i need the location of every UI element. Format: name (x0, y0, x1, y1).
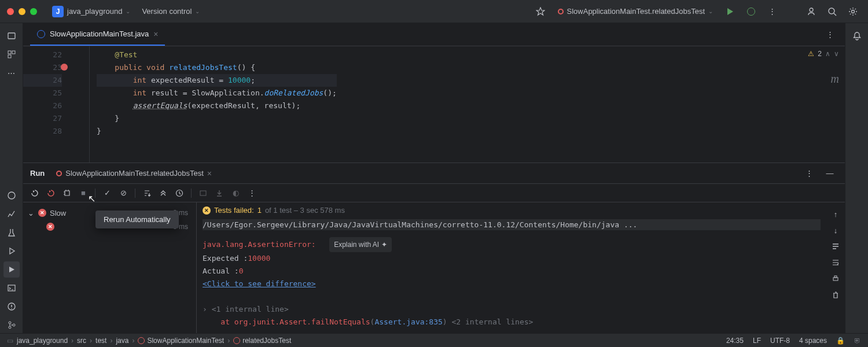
line-separator[interactable]: LF (753, 337, 761, 345)
more-tools-icon[interactable]: ⋯ (3, 65, 20, 81)
toggle-auto-test-button[interactable] (60, 186, 74, 200)
caret-position[interactable]: 24:35 (726, 337, 744, 345)
line-number: 28 (23, 125, 62, 138)
collapse-icon[interactable]: ⌄ (28, 209, 35, 217)
gutter-run-icon[interactable] (61, 64, 68, 71)
show-ignored-button[interactable]: ⊘ (116, 186, 130, 200)
titlebar: J java_playground ⌄ Version control ⌄ Sl… (0, 0, 868, 23)
settings-icon[interactable] (845, 3, 861, 20)
more-toolbar-icon[interactable]: ⋮ (245, 186, 259, 200)
expand-all-button[interactable] (156, 186, 170, 200)
run-tool-icon[interactable] (3, 261, 20, 278)
close-tab-icon[interactable]: × (153, 29, 158, 39)
console-toolbar: ↑ ↓ (826, 202, 845, 333)
file-encoding[interactable]: UTF-8 (770, 337, 790, 345)
tab-filename: SlowApplicationMainTest.java (50, 29, 149, 38)
scroll-to-end-icon[interactable] (829, 256, 843, 270)
inspection-shield-icon[interactable]: ⛨ (854, 337, 861, 345)
structure-tool-icon[interactable] (3, 46, 20, 62)
chevron-down-icon[interactable]: ∨ (834, 50, 839, 58)
main-area: ⋯ SlowApplicationMainTest.java × ⋮ 22 (0, 23, 868, 333)
profiler-tool-icon[interactable] (3, 206, 20, 222)
stack-link[interactable]: Assert.java:835 (374, 318, 442, 326)
indent-setting[interactable]: 4 spaces (799, 337, 827, 345)
debug-button[interactable] (743, 3, 759, 20)
import-button[interactable] (196, 186, 210, 200)
warning-icon: ⚠ (808, 50, 814, 58)
build-tool-icon[interactable] (3, 224, 20, 241)
soft-wrap-icon[interactable] (829, 239, 843, 253)
project-tool-icon[interactable] (3, 28, 20, 44)
notifications-icon[interactable] (849, 28, 865, 44)
scroll-down-icon[interactable]: ↓ (829, 223, 843, 237)
panel-options-icon[interactable]: ⋮ (801, 165, 817, 182)
expected-value: 10000 (248, 254, 270, 263)
clear-icon[interactable] (829, 288, 843, 302)
svg-point-17 (13, 324, 15, 326)
code-with-me-icon[interactable] (803, 3, 819, 20)
minimize-window-button[interactable] (19, 8, 25, 15)
svg-point-16 (9, 326, 11, 328)
chevron-right-icon: › (71, 337, 73, 345)
editor-tab[interactable]: SlowApplicationMainTest.java × (30, 23, 165, 46)
readonly-lock-icon[interactable]: 🔒 (836, 337, 845, 345)
hide-panel-icon[interactable]: — (822, 165, 838, 182)
scroll-up-icon[interactable]: ↑ (829, 207, 843, 221)
run-session-tab[interactable]: SlowApplicationMainTest.relatedJobsTest … (52, 167, 216, 180)
search-everywhere-icon[interactable] (824, 3, 840, 20)
breadcrumb-item[interactable]: java (116, 337, 128, 345)
folder-icon: ▭ (7, 337, 13, 345)
svg-rect-5 (8, 51, 11, 54)
tab-options-icon[interactable]: ⋮ (822, 27, 838, 43)
line-number: 23 (23, 61, 62, 74)
coverage-button[interactable]: ◐ (229, 186, 242, 200)
compass-icon[interactable] (532, 3, 549, 20)
ai-chat-tool-icon[interactable] (3, 187, 20, 204)
vcs-menu[interactable]: Version control ⌄ (138, 5, 203, 18)
breadcrumb-item[interactable]: java_playground (17, 337, 68, 345)
run-toolbar: ■ ✓ ⊘ ◐ ⋮ (23, 184, 845, 202)
see-difference-link[interactable]: <Click to see difference> (203, 279, 316, 288)
rerun-failed-button[interactable] (44, 186, 58, 200)
problems-tool-icon[interactable] (3, 298, 20, 315)
terminal-tool-icon[interactable] (3, 280, 20, 296)
export-button[interactable] (212, 186, 226, 200)
test-fail-icon: ✕ (38, 209, 46, 217)
breadcrumb-item[interactable]: src (77, 337, 86, 345)
run-body: ↖ ⌄ ✕ Slow 8 ms ✕ 8 ms Rerun Automatical… (23, 202, 845, 333)
breadcrumb-item[interactable]: relatedJobsTest (233, 337, 291, 345)
run-configuration-selector[interactable]: SlowApplicationMainTest.relatedJobsTest … (553, 5, 718, 18)
line-number: 26 (23, 99, 62, 112)
run-button[interactable] (722, 3, 738, 20)
history-button[interactable] (172, 186, 186, 200)
sort-button[interactable] (140, 186, 154, 200)
class-icon (138, 337, 145, 344)
print-icon[interactable] (829, 272, 843, 286)
svg-rect-6 (12, 51, 15, 54)
chevron-right-icon: › (227, 337, 230, 345)
vcs-tool-icon[interactable] (3, 317, 20, 333)
run-panel-title: Run (30, 169, 45, 178)
code-editor[interactable]: 22 23 24 25 26 27 28 @Test public void r… (23, 46, 845, 163)
more-actions-button[interactable]: ⋮ (764, 3, 780, 20)
project-selector[interactable]: J java_playground ⌄ (49, 3, 134, 20)
close-session-icon[interactable]: × (207, 169, 212, 178)
fullscreen-window-button[interactable] (30, 8, 37, 15)
rerun-button[interactable] (28, 186, 42, 200)
test-tree[interactable]: ↖ ⌄ ✕ Slow 8 ms ✕ 8 ms Rerun Automatical… (23, 202, 197, 333)
breadcrumb-item[interactable]: test (95, 337, 106, 345)
close-window-button[interactable] (7, 8, 14, 15)
test-config-icon (56, 171, 62, 176)
window-controls (7, 8, 37, 15)
services-tool-icon[interactable] (3, 243, 20, 259)
explain-with-ai-button[interactable]: Explain with AI ✦ (329, 237, 392, 252)
console-output[interactable]: ✕ Tests failed: 1 of 1 test – 3 sec 578 … (197, 202, 826, 333)
svg-rect-19 (200, 191, 206, 195)
show-passed-button[interactable]: ✓ (100, 186, 114, 200)
chevron-up-icon[interactable]: ∧ (825, 50, 830, 58)
code-area[interactable]: @Test public void relatedJobsTest() { in… (90, 46, 337, 163)
chevron-right-icon: › (110, 337, 112, 345)
inspection-widget[interactable]: ⚠ 2 ∧ ∨ (808, 50, 839, 58)
breadcrumb-item[interactable]: SlowApplicationMainTest (138, 337, 224, 345)
fold-toggle[interactable]: › (203, 305, 212, 313)
